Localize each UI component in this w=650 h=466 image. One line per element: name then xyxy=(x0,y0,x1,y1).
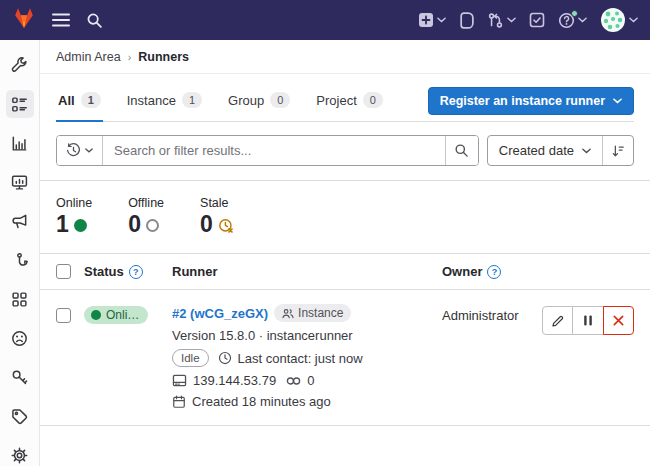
tab-all-label: All xyxy=(58,93,75,108)
tab-project-count: 0 xyxy=(363,92,383,108)
sidebar-item-admin-overview[interactable] xyxy=(6,51,34,79)
stat-offline-label: Offline xyxy=(128,196,164,210)
edit-runner-button[interactable] xyxy=(542,306,573,335)
todos-icon[interactable] xyxy=(529,12,545,28)
users-icon xyxy=(282,308,294,319)
delete-runner-button[interactable] xyxy=(603,306,634,335)
pause-runner-button[interactable] xyxy=(573,306,604,335)
main-content: Admin Area › Runners All 1 Instance 1 Gr… xyxy=(40,40,650,466)
runner-link[interactable]: #2 (wCG_zeGX) xyxy=(172,306,268,321)
stat-stale: Stale 0 xyxy=(200,196,234,236)
sidebar-item-settings[interactable] xyxy=(6,441,34,466)
owner-help-icon[interactable]: ? xyxy=(487,265,501,279)
sidebar-item-applications[interactable] xyxy=(6,285,34,313)
top-navbar xyxy=(0,0,650,40)
close-icon xyxy=(612,314,625,327)
chevron-down-icon xyxy=(437,17,446,23)
job-count: 0 xyxy=(307,373,314,388)
clock-icon xyxy=(218,351,232,365)
chevron-down-icon xyxy=(613,98,622,104)
pause-icon xyxy=(582,314,594,327)
sort-by-dropdown[interactable]: Created date xyxy=(488,136,602,165)
sidebar-item-abuse-reports[interactable] xyxy=(6,324,34,352)
tab-instance-count: 1 xyxy=(182,92,202,108)
filter-history-button[interactable] xyxy=(57,136,103,165)
sidebar-item-overview[interactable] xyxy=(6,90,34,118)
filter-bar: Created date xyxy=(56,135,634,166)
register-instance-runner-button[interactable]: Register an instance runner xyxy=(428,87,634,115)
monitor-icon xyxy=(11,174,28,191)
offline-status-icon xyxy=(146,219,159,232)
chevron-down-icon xyxy=(507,17,516,23)
host-icon xyxy=(172,374,187,387)
last-contact-text: Last contact: just now xyxy=(238,351,363,366)
online-dot-icon xyxy=(91,310,101,320)
row-checkbox[interactable] xyxy=(56,308,71,323)
search-icon xyxy=(454,143,469,158)
tab-instance[interactable]: Instance 1 xyxy=(125,80,204,121)
chevron-down-icon xyxy=(582,148,591,154)
label-icon xyxy=(11,408,28,425)
sidebar-item-system-hooks[interactable] xyxy=(6,246,34,274)
sidebar-item-labels[interactable] xyxy=(6,402,34,430)
status-help-icon[interactable]: ? xyxy=(129,265,143,279)
tab-project[interactable]: Project 0 xyxy=(314,80,385,121)
runner-version-line: Version 15.8.0 · instancerunner xyxy=(172,328,442,343)
search-submit-button[interactable] xyxy=(445,136,478,165)
key-icon xyxy=(11,369,28,386)
runner-actions xyxy=(542,306,634,335)
user-avatar[interactable] xyxy=(600,7,638,33)
sort-direction-button[interactable] xyxy=(602,136,633,165)
sidebar-item-messages[interactable] xyxy=(6,207,34,235)
stat-online: Online 1 xyxy=(56,196,92,236)
stat-online-value: 1 xyxy=(56,213,69,236)
sad-face-icon xyxy=(11,330,28,347)
sort-descending-icon xyxy=(611,144,625,158)
overview-icon xyxy=(11,96,28,113)
issues-icon[interactable] xyxy=(459,12,474,29)
breadcrumb-separator: › xyxy=(128,51,132,63)
chevron-down-icon xyxy=(629,17,638,23)
grid-icon xyxy=(11,291,28,308)
runner-ip: 139.144.53.79 xyxy=(193,373,276,388)
sort-by-label: Created date xyxy=(499,143,574,158)
runner-owner[interactable]: Administrator xyxy=(442,304,542,323)
history-icon xyxy=(66,143,81,158)
breadcrumb: Admin Area › Runners xyxy=(40,40,650,74)
breadcrumb-current: Runners xyxy=(138,50,189,64)
online-status-icon xyxy=(74,219,87,232)
chevron-down-icon xyxy=(578,17,587,23)
stat-online-label: Online xyxy=(56,196,92,210)
breadcrumb-admin-area[interactable]: Admin Area xyxy=(56,50,121,64)
status-header: Status ? xyxy=(84,264,172,279)
tab-all[interactable]: All 1 xyxy=(56,80,103,121)
search-input[interactable] xyxy=(103,136,445,165)
chevron-down-icon xyxy=(85,148,93,153)
search-icon[interactable] xyxy=(86,12,103,29)
hamburger-menu-icon[interactable] xyxy=(52,13,70,27)
select-all-checkbox[interactable] xyxy=(56,264,71,279)
runners-table-header: Status ? Runner Owner ? xyxy=(40,254,650,290)
stat-offline: Offline 0 xyxy=(128,196,164,236)
bullhorn-icon xyxy=(11,213,28,230)
admin-sidebar: » xyxy=(0,40,40,466)
merge-requests-icon[interactable] xyxy=(487,12,516,29)
register-button-label: Register an instance runner xyxy=(440,94,605,108)
gitlab-logo-icon[interactable] xyxy=(12,7,36,33)
owner-header: Owner ? xyxy=(442,264,542,279)
hook-icon xyxy=(11,252,28,269)
link-icon xyxy=(286,375,301,387)
runner-summary: #2 (wCG_zeGX) Instance Version 15.8.0 · … xyxy=(172,304,442,409)
sidebar-item-deploy-keys[interactable] xyxy=(6,363,34,391)
runner-tag-idle: Idle xyxy=(172,349,209,367)
new-menu-button[interactable] xyxy=(418,12,446,28)
tab-group[interactable]: Group 0 xyxy=(226,80,292,121)
sidebar-item-analytics[interactable] xyxy=(6,129,34,157)
tab-instance-label: Instance xyxy=(127,93,176,108)
gear-icon xyxy=(11,447,28,464)
help-menu-button[interactable] xyxy=(558,12,587,29)
sidebar-item-monitoring[interactable] xyxy=(6,168,34,196)
stat-offline-value: 0 xyxy=(128,213,141,236)
tab-group-label: Group xyxy=(228,93,264,108)
runner-header: Runner xyxy=(172,264,442,279)
